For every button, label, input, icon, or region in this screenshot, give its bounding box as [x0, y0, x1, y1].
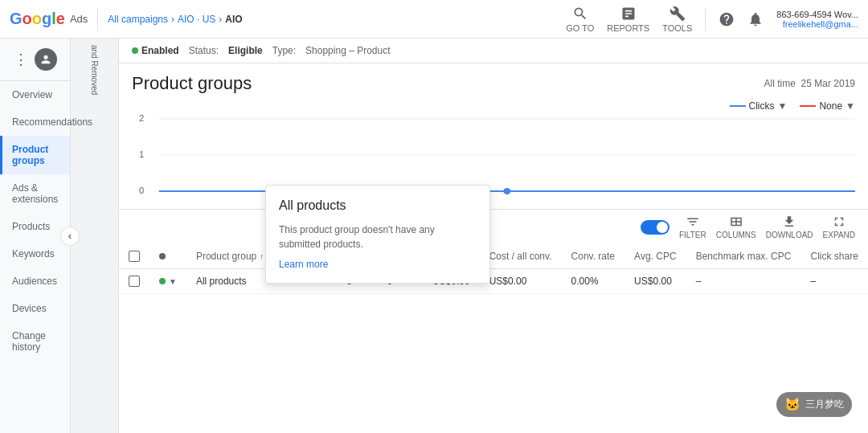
table-container: Product group ↑ Max. CPC Impr. Clicks Co…: [119, 244, 868, 433]
status-enabled-text: Enabled: [141, 45, 179, 56]
sidebar-item-recommendations[interactable]: Recommendations: [0, 108, 70, 136]
sidebar-item-overview[interactable]: Overview: [0, 81, 70, 108]
user-email: freelikehell@gma...: [776, 19, 858, 29]
clicks-dropdown-arrow[interactable]: ▼: [778, 100, 788, 112]
user-phone: 863-669-4594 Wov...: [776, 10, 858, 19]
sidebar-item-ads-extensions[interactable]: Ads & extensions: [0, 174, 70, 213]
none-dropdown-arrow[interactable]: ▼: [845, 100, 855, 112]
sort-arrow-icon[interactable]: ↑: [260, 252, 264, 261]
breadcrumb-all-campaigns[interactable]: All campaigns: [108, 14, 168, 25]
breadcrumb: All campaigns › AIO · US › AIO: [108, 14, 242, 25]
toolbar-toggle[interactable]: [641, 220, 669, 235]
type-value: Shopping – Product: [305, 45, 390, 56]
clicks-legend-label: Clicks: [749, 100, 775, 112]
table-toolbar: FILTER COLUMNS DOWNLOAD EXPAND: [119, 210, 868, 244]
svg-text:2: 2: [139, 115, 144, 123]
status-value: Eligible: [228, 45, 263, 56]
sidebar-top: ⋮: [0, 39, 70, 81]
th-cost-all-conv: Cost / all conv.: [480, 244, 562, 269]
sidebar-collapse-btn[interactable]: ‹: [60, 227, 80, 246]
date-range: All time 25 Mar 2019: [764, 78, 855, 89]
th-conv-rate: Conv. rate: [562, 244, 625, 269]
tooltip-popup: All products This product group doesn't …: [265, 185, 490, 284]
page-title: Product groups: [132, 73, 764, 94]
tooltip-title: All products: [279, 198, 477, 213]
filter-label: FILTER: [679, 231, 706, 239]
breadcrumb-arrow2: ›: [219, 14, 222, 25]
toolbar-toggle-knob: [657, 222, 668, 233]
main-content: Enabled Status: Eligible Type: Shopping …: [119, 39, 868, 433]
sidebar-item-audiences[interactable]: Audiences: [0, 268, 70, 295]
breadcrumb-aio-us[interactable]: AIO · US: [178, 14, 215, 25]
notifications-icon-btn[interactable]: [747, 11, 764, 27]
select-all-checkbox[interactable]: [129, 251, 140, 262]
type-label: Type:: [272, 45, 296, 56]
table-row: ▼ All products 0 0 US$0.00 US$0.00 0.00%…: [119, 269, 868, 294]
product-groups-table: Product group ↑ Max. CPC Impr. Clicks Co…: [119, 244, 868, 294]
row-avg-cpc-cell: US$0.00: [624, 269, 686, 294]
sidebar-menu-icon[interactable]: ⋮: [14, 51, 28, 68]
reports-label: REPORTS: [607, 23, 649, 33]
watermark: 🐱 三月梦吃: [776, 392, 852, 417]
sidebar-item-keywords[interactable]: Keywords: [0, 240, 70, 268]
th-click-share: Click share: [800, 244, 868, 269]
help-icon-btn[interactable]: [719, 11, 735, 27]
sidebar-avatar[interactable]: [35, 48, 57, 71]
table-header-row: Product group ↑ Max. CPC Impr. Clicks Co…: [119, 244, 868, 269]
th-avg-cpc: Avg. CPC: [624, 244, 686, 269]
row-checkbox[interactable]: [129, 276, 140, 287]
tools-icon-btn[interactable]: TOOLS: [662, 6, 692, 33]
search-icon-btn[interactable]: GO TO: [566, 6, 594, 33]
sidebar-item-products[interactable]: Products: [0, 213, 70, 240]
th-checkbox: [119, 244, 149, 269]
sidebar-item-product-groups[interactable]: Product groups: [0, 136, 70, 174]
svg-text:1: 1: [139, 150, 144, 159]
goto-label: GO TO: [566, 23, 594, 33]
none-legend-line: [800, 105, 816, 107]
reports-icon-btn[interactable]: REPORTS: [607, 6, 649, 33]
download-label: DOWNLOAD: [766, 231, 813, 239]
user-info[interactable]: 863-669-4594 Wov... freelikehell@gma...: [776, 10, 858, 29]
status-label: Status:: [189, 45, 219, 56]
tooltip-body: This product group doesn't have any subm…: [279, 223, 477, 251]
svg-point-6: [503, 188, 510, 194]
th-status: [149, 244, 186, 269]
breadcrumb-current: AIO: [225, 14, 242, 25]
row-product-group-name: All products: [196, 276, 247, 287]
row-expand-arrow[interactable]: ▼: [169, 277, 177, 286]
header-icons: GO TO REPORTS TOOLS 863-669-4594 Wov... …: [566, 6, 858, 33]
sidebar-item-change-history[interactable]: Change history: [0, 322, 70, 361]
download-btn[interactable]: DOWNLOAD: [766, 214, 813, 239]
google-ads-logo: Google Ads: [10, 10, 88, 28]
row-status-dot: [159, 278, 166, 284]
sidebar: ⋮ Overview Recommendations Product group…: [0, 39, 71, 433]
logo-ads-text: Ads: [70, 13, 88, 25]
row-cost-all-conv-cell: US$0.00: [480, 269, 562, 294]
header-divider-v: [705, 8, 706, 31]
top-header: Google Ads All campaigns › AIO · US › AI…: [0, 0, 868, 39]
clicks-legend-line: [730, 105, 746, 107]
row-benchmark-cpc-cell: –: [686, 269, 801, 294]
tooltip-learn-more-link[interactable]: Learn more: [279, 259, 328, 270]
status-col-icon: [159, 253, 166, 259]
svg-text:0: 0: [139, 186, 144, 195]
th-benchmark-cpc: Benchmark max. CPC: [686, 244, 801, 269]
status-enabled: Enabled: [132, 45, 179, 56]
sidebar-item-devices[interactable]: Devices: [0, 295, 70, 322]
expand-btn[interactable]: EXPAND: [823, 214, 855, 239]
chart-svg: 2 1 0 25 Mar 2019: [132, 115, 855, 195]
date-value: 25 Mar 2019: [801, 78, 855, 89]
chart-container: Clicks ▼ None ▼ 2 1 0: [119, 97, 868, 210]
row-checkbox-cell: [119, 269, 149, 294]
status-dot: [132, 47, 138, 54]
row-conv-rate-cell: 0.00%: [562, 269, 625, 294]
columns-label: COLUMNS: [716, 231, 756, 239]
filter-btn[interactable]: FILTER: [679, 214, 706, 239]
header-divider: [97, 8, 98, 31]
date-range-label: All time: [764, 78, 796, 89]
none-legend-label: None: [819, 100, 842, 112]
chart-legend-none: None ▼: [800, 100, 855, 112]
columns-btn[interactable]: COLUMNS: [716, 214, 756, 239]
row-product-group-cell: All products: [186, 269, 273, 294]
th-product-group-label: Product group: [196, 251, 256, 262]
